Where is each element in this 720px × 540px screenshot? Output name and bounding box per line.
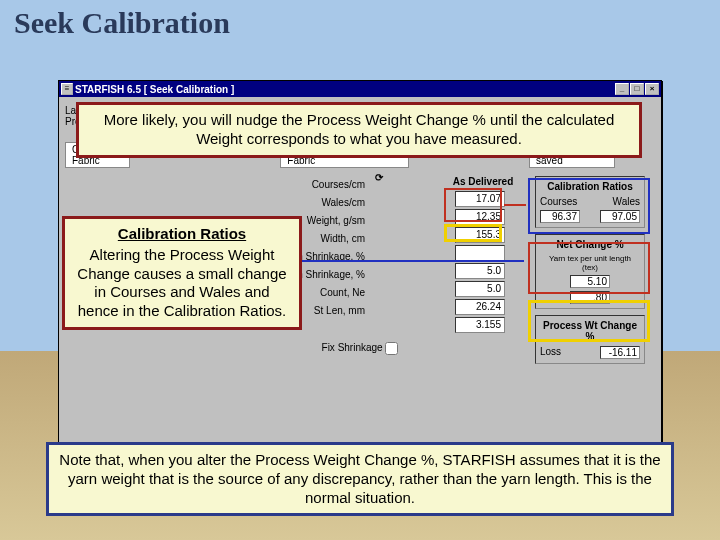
slide-title: Seek Calibration [0, 0, 720, 46]
deliv-width[interactable] [455, 245, 505, 261]
deliv-stlen[interactable]: 3.155 [455, 317, 505, 333]
delivered-header: As Delivered [443, 176, 523, 187]
minimize-button[interactable]: _ [615, 83, 629, 95]
row-courses: Courses/cm [255, 176, 365, 194]
deliv-lshrink[interactable]: 5.0 [455, 263, 505, 279]
callout-mid-body: Altering the Process Weight Change cause… [77, 246, 286, 319]
fix-shrinkage-label: Fix Shrinkage [322, 342, 383, 353]
callout-bottom-text: Note that, when you alter the Process We… [59, 451, 660, 506]
window-title: STARFISH 6.5 [ Seek Calibration ] [73, 84, 614, 95]
pwc-value[interactable]: -16.11 [600, 346, 640, 359]
highlight-deliv-courses-wales [444, 188, 502, 222]
maximize-button[interactable]: □ [630, 83, 644, 95]
highlight-pwc-panel [528, 300, 650, 342]
close-button[interactable]: × [645, 83, 659, 95]
system-menu-icon[interactable]: ≡ [61, 83, 73, 95]
callout-mid-title: Calibration Ratios [75, 225, 289, 244]
calc-header-icon[interactable]: ⟳ [375, 172, 383, 183]
pwc-loss-lbl: Loss [540, 346, 561, 359]
highlight-netchange-panel [528, 242, 650, 294]
deliv-count[interactable]: 26.24 [455, 299, 505, 315]
row-wales: Wales/cm [255, 194, 365, 212]
callout-mid: Calibration Ratios Altering the Process … [62, 216, 302, 330]
fix-shrinkage-checkbox[interactable] [385, 342, 398, 355]
highlight-ratio-panel [528, 178, 650, 234]
arrow-deliv-to-ratio [504, 204, 526, 206]
deliv-wshrink[interactable]: 5.0 [455, 281, 505, 297]
highlight-deliv-weight [444, 224, 502, 242]
callout-top: More likely, you will nudge the Process … [76, 102, 642, 158]
callout-top-text: More likely, you will nudge the Process … [104, 111, 615, 147]
callout-bottom: Note that, when you alter the Process We… [46, 442, 674, 516]
titlebar[interactable]: ≡ STARFISH 6.5 [ Seek Calibration ] _ □ … [59, 81, 661, 97]
arrow-callout-to-ratio [300, 260, 524, 262]
